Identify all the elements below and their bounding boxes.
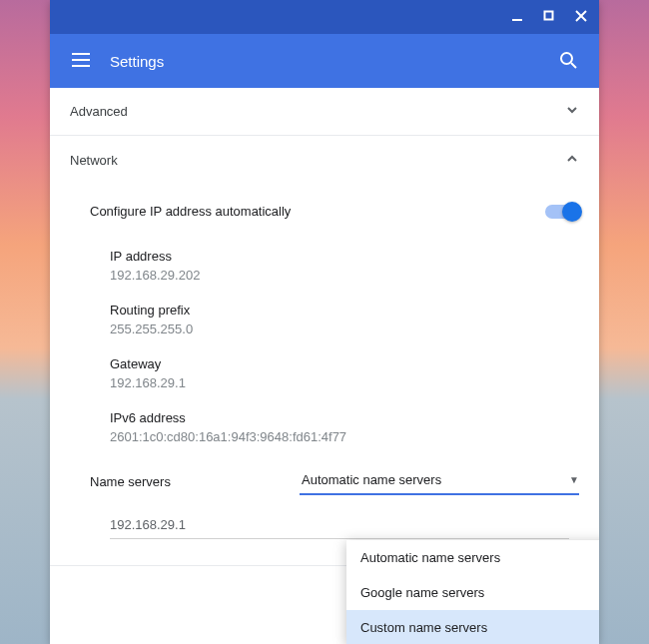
gateway-label: Gateway — [110, 356, 579, 371]
name-servers-select[interactable]: Automatic name servers ▼ — [300, 468, 579, 495]
settings-window: Settings Advanced Network Configure IP a… — [50, 0, 599, 644]
routing-prefix-field: Routing prefix 255.255.255.0 — [50, 293, 599, 346]
chevron-down-icon — [565, 103, 579, 120]
option-custom-name-servers[interactable]: Custom name servers — [346, 610, 599, 644]
configure-ip-toggle[interactable] — [545, 205, 579, 219]
close-button[interactable] — [575, 10, 589, 24]
svg-line-8 — [571, 63, 576, 68]
section-network-label: Network — [70, 153, 565, 168]
name-servers-label: Name servers — [90, 474, 300, 489]
gateway-value: 192.168.29.1 — [110, 375, 579, 390]
option-automatic-name-servers[interactable]: Automatic name servers — [346, 540, 599, 575]
option-google-name-servers[interactable]: Google name servers — [346, 575, 599, 610]
minimize-button[interactable] — [511, 10, 525, 24]
maximize-button[interactable] — [543, 10, 557, 24]
section-advanced-label: Advanced — [70, 104, 565, 119]
name-servers-selected: Automatic name servers — [302, 472, 569, 487]
ip-address-label: IP address — [110, 249, 579, 264]
svg-rect-1 — [545, 12, 553, 20]
ipv6-field: IPv6 address 2601:1c0:cd80:16a1:94f3:964… — [50, 400, 599, 454]
app-bar: Settings — [50, 34, 599, 88]
menu-icon[interactable] — [72, 53, 90, 70]
chevron-up-icon — [565, 152, 579, 169]
content-area: Advanced Network Configure IP address au… — [50, 88, 599, 644]
ip-address-value: 192.168.29.202 — [110, 268, 579, 283]
name-servers-dropdown: Automatic name servers Google name serve… — [346, 540, 599, 644]
dropdown-triangle-icon: ▼ — [569, 474, 579, 485]
ip-address-field: IP address 192.168.29.202 — [50, 239, 599, 293]
name-server-input[interactable] — [110, 511, 569, 539]
name-servers-row: Name servers Automatic name servers ▼ — [50, 454, 599, 503]
svg-point-7 — [561, 53, 572, 64]
routing-prefix-value: 255.255.255.0 — [110, 322, 579, 336]
routing-prefix-label: Routing prefix — [110, 303, 579, 318]
configure-ip-row: Configure IP address automatically — [50, 184, 599, 239]
gateway-field: Gateway 192.168.29.1 — [50, 346, 599, 400]
window-titlebar — [50, 0, 599, 34]
ipv6-label: IPv6 address — [110, 410, 579, 425]
search-icon[interactable] — [559, 51, 577, 72]
configure-ip-label: Configure IP address automatically — [90, 204, 545, 219]
ipv6-value: 2601:1c0:cd80:16a1:94f3:9648:fd61:4f77 — [110, 429, 579, 444]
section-advanced[interactable]: Advanced — [50, 88, 599, 136]
page-title: Settings — [110, 53, 539, 70]
section-network[interactable]: Network — [50, 136, 599, 184]
